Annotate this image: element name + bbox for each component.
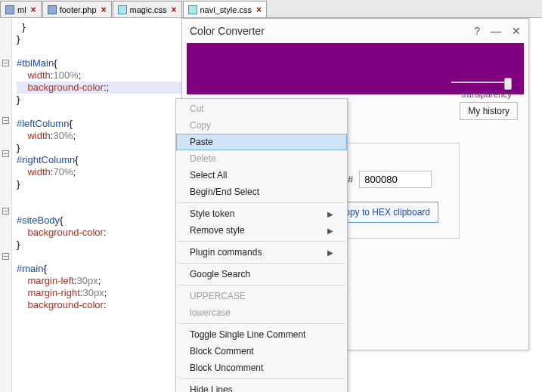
css-file-icon	[188, 5, 197, 14]
context-menu: Cut Copy Paste Delete Select All Begin/E…	[175, 98, 348, 392]
chevron-right-icon: ▶	[327, 210, 333, 218]
ctx-style-token[interactable]: Style token▶	[176, 205, 347, 222]
ctx-plugin[interactable]: Plugin commands▶	[176, 244, 347, 261]
ctx-block-uncomment[interactable]: Block Uncomment	[176, 360, 347, 376]
ctx-toggle-sl-comment[interactable]: Toggle Single Line Comment	[176, 326, 347, 343]
ctx-begin-end[interactable]: Begin/End Select	[176, 184, 347, 200]
ctx-lowercase[interactable]: lowercase	[176, 304, 347, 321]
fold-toggle-icon[interactable]	[2, 253, 9, 260]
chevron-right-icon: ▶	[327, 248, 333, 257]
ctx-hide-lines[interactable]: Hide Lines	[176, 381, 347, 392]
transparency-label: transparency	[462, 90, 512, 99]
fold-gutter	[0, 18, 12, 392]
ctx-uppercase[interactable]: UPPERCASE	[176, 288, 347, 304]
help-icon[interactable]: ?	[474, 25, 480, 37]
fold-toggle-icon[interactable]	[2, 60, 9, 66]
ctx-google[interactable]: Google Search	[176, 266, 347, 282]
php-file-icon	[48, 5, 57, 14]
tab-footer[interactable]: footer.php×	[42, 1, 112, 17]
tab-close-icon[interactable]: ×	[31, 5, 36, 15]
hex-input[interactable]	[359, 171, 432, 188]
ctx-delete[interactable]: Delete	[176, 150, 347, 167]
separator	[178, 241, 345, 242]
php-file-icon	[5, 5, 14, 14]
close-icon[interactable]: ✕	[512, 25, 521, 37]
ctx-remove-style[interactable]: Remove style▶	[176, 222, 347, 239]
separator	[178, 285, 345, 286]
tab-navi-style[interactable]: navi_style.css×	[183, 1, 268, 17]
transparency-control: transparency	[447, 78, 512, 99]
panel-titlebar[interactable]: Color Converter ? — ✕	[182, 19, 528, 43]
tab-close-icon[interactable]: ×	[171, 5, 176, 15]
hash-label: #	[348, 174, 353, 185]
fold-toggle-icon[interactable]	[2, 117, 9, 124]
separator	[178, 202, 345, 203]
ctx-paste[interactable]: Paste	[176, 134, 347, 150]
ctx-cut[interactable]: Cut	[176, 100, 347, 117]
minimize-icon[interactable]: —	[491, 25, 501, 37]
ctx-block-comment[interactable]: Block Comment	[176, 343, 347, 360]
slider-thumb-icon[interactable]	[504, 78, 512, 90]
fold-toggle-icon[interactable]	[2, 150, 9, 157]
tab-close-icon[interactable]: ×	[256, 5, 262, 15]
tab-magic[interactable]: magic.css×	[113, 1, 182, 17]
css-file-icon	[118, 5, 127, 14]
ctx-copy[interactable]: Copy	[176, 117, 347, 134]
separator	[178, 323, 345, 324]
tab-ml[interactable]: ml×	[0, 1, 42, 17]
tab-close-icon[interactable]: ×	[101, 5, 107, 15]
tab-bar: ml× footer.php× magic.css× navi_style.cs…	[0, 0, 542, 18]
transparency-slider[interactable]	[451, 78, 512, 87]
ctx-select-all[interactable]: Select All	[176, 167, 347, 184]
panel-title-text: Color Converter	[190, 25, 265, 37]
separator	[178, 263, 345, 264]
separator	[178, 378, 345, 379]
chevron-right-icon: ▶	[327, 227, 333, 235]
my-history-button[interactable]: My history	[460, 102, 518, 120]
fold-toggle-icon[interactable]	[2, 208, 9, 215]
